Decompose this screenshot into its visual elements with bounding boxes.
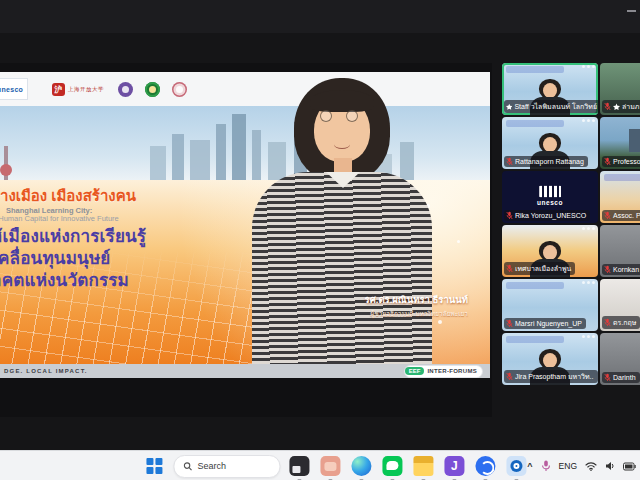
participant-name: Kornkan — [613, 266, 639, 273]
green-emblem-icon — [145, 82, 160, 97]
participant-name: ดร.กฤษ — [613, 317, 636, 328]
eef-logo: EEF — [405, 367, 425, 375]
mic-icon — [604, 373, 611, 382]
participant-name-tag: Kornkan — [602, 264, 640, 275]
edge-icon[interactable] — [349, 454, 373, 478]
photos-app-icon[interactable] — [318, 454, 342, 478]
participant-name-tag: ดร.กฤษ — [602, 316, 640, 329]
mic-status-icon[interactable] — [541, 460, 551, 472]
presentation-slide: unesco 沪 上海开放大学 — [0, 72, 490, 378]
unesco-virtual-background-logo: unesco — [537, 185, 563, 206]
slide-text-block: ร้างเมือง เมืองสร้างคน Shanghai Learning… — [0, 188, 254, 290]
participant-name-tag: Jira Prasoptham มหาวิท.. — [504, 370, 598, 383]
window-top-strip — [0, 0, 640, 34]
file-explorer-icon[interactable] — [411, 454, 435, 478]
file-explorer-icon — [413, 456, 433, 476]
participant-tile[interactable]: Jira Prasoptham มหาวิท.. — [502, 333, 598, 385]
blue-app-icon — [475, 456, 495, 476]
search-input[interactable]: Search — [173, 455, 280, 478]
slide-subtitle-en2: g Human Capital for Innovative Future — [0, 215, 254, 223]
participant-tile[interactable]: Rattanaporn Rattanag — [502, 117, 598, 169]
windows-logo-icon — [147, 458, 163, 474]
presenter-figure — [250, 78, 434, 364]
presenter-name: รศ.ดร.ผณินทรา ธีรานนท์ — [365, 292, 468, 307]
participant-tile[interactable]: Kornkan — [600, 225, 640, 277]
mic-icon — [604, 211, 611, 220]
window-app-icon — [289, 456, 309, 476]
language-indicator[interactable]: ENG — [559, 461, 577, 471]
search-icon — [183, 462, 192, 471]
mic-icon — [604, 102, 611, 111]
participant-tile[interactable]: Assoc. P — [600, 171, 640, 223]
participant-name-tag: Darinth — [602, 372, 640, 383]
participant-tile[interactable]: ล่ามภาษ — [600, 63, 640, 115]
participant-name: Staff วไลพิมลนนท์ โลกวิทย์ — [514, 101, 597, 112]
participant-tile[interactable]: Darinth — [600, 333, 640, 385]
participant-name-tag: เทศบาลเมืองลำพูน — [504, 262, 575, 275]
battery-icon[interactable] — [623, 462, 636, 471]
slide-headline-2: เคลื่อนทุนมนุษย์ — [0, 249, 254, 268]
spotlight-icon — [613, 103, 620, 111]
j-app-icon: J — [444, 456, 464, 476]
mic-icon — [506, 264, 513, 273]
mic-icon — [604, 318, 611, 327]
outlook-icon[interactable] — [504, 454, 528, 478]
tile-options-icon[interactable] — [582, 335, 595, 338]
mic-icon — [506, 211, 513, 220]
line-icon — [382, 456, 402, 476]
window-control-dash[interactable] — [627, 10, 636, 12]
shanghai-open-university-logo: 沪 上海开放大学 — [52, 83, 104, 96]
tile-options-icon[interactable] — [582, 227, 595, 230]
participant-name: เทศบาลเมืองลำพูน — [515, 263, 571, 274]
participant-name: ล่ามภาษ — [622, 101, 640, 112]
participant-tile[interactable]: Marsri Nguenyen_UP — [502, 279, 598, 331]
participant-name: Marsri Nguenyen_UP — [515, 320, 582, 327]
shared-screen-video[interactable]: unesco 沪 上海开放大学 — [0, 63, 492, 417]
line-icon[interactable] — [380, 454, 404, 478]
eef-inter-forums-badge: EEF INTER-FORUMS — [405, 366, 482, 377]
presenter-caption: รศ.ดร.ผณินทรา ธีรานนท์ ผู้ช่วยอธิการบดี … — [365, 292, 468, 319]
participant-name: Assoc. P — [613, 212, 640, 219]
unesco-logo: unesco — [0, 78, 28, 100]
purple-emblem-icon — [118, 82, 133, 97]
participant-tile[interactable]: เทศบาลเมืองลำพูน — [502, 225, 598, 277]
system-tray: ^ ENG — [527, 451, 638, 480]
slide-headline-3: าคตแห่งนวัตกรรม — [0, 271, 254, 290]
photos-app-icon — [320, 456, 340, 476]
participant-name: Professo — [613, 158, 640, 165]
participant-name-tag: Rika Yorozu_UNESCO — [504, 210, 590, 221]
blue-app-icon[interactable] — [473, 454, 497, 478]
participant-name-tag: Professo — [602, 156, 640, 167]
mic-icon — [506, 157, 513, 166]
presenter-title: ผู้ช่วยอธิการบดี มหาวิทยาลัยพะเยา — [365, 309, 468, 319]
mic-icon — [604, 265, 611, 274]
participant-tile[interactable]: Staff วไลพิมลนนท์ โลกวิทย์ — [502, 63, 598, 115]
mic-icon — [506, 372, 513, 381]
search-label: Search — [197, 461, 226, 471]
tile-options-icon[interactable] — [582, 65, 595, 68]
participant-name: Rattanaporn Rattanag — [515, 158, 584, 165]
slide-thai-title: ร้างเมือง เมืองสร้างคน — [0, 188, 254, 205]
participant-name-tag: Marsri Nguenyen_UP — [504, 318, 586, 329]
tray-chevron-icon[interactable]: ^ — [527, 461, 532, 471]
mic-icon — [506, 319, 513, 328]
wifi-icon[interactable] — [585, 461, 597, 471]
tile-options-icon[interactable] — [582, 119, 595, 122]
participant-tile[interactable]: ดร.กฤษ — [600, 279, 640, 331]
participant-name-tag: Rattanaporn Rattanag — [504, 156, 588, 167]
tile-options-icon[interactable] — [582, 281, 595, 284]
pink-emblem-icon — [172, 82, 187, 97]
slide-headline-1: ฮ้เมืองแห่งการเรียนรู้ — [0, 227, 254, 246]
participant-tile[interactable]: unesco Rika Yorozu_UNESCO — [502, 171, 598, 223]
participant-name: Darinth — [613, 374, 636, 381]
spotlight-icon — [506, 103, 512, 111]
outlook-icon — [506, 456, 526, 476]
window-app-icon[interactable] — [287, 454, 311, 478]
start-button[interactable] — [142, 454, 166, 478]
participant-name: Jira Prasoptham มหาวิท.. — [515, 371, 594, 382]
windows-taskbar: Search J ^ ENG — [0, 450, 640, 480]
j-app-icon[interactable]: J — [442, 454, 466, 478]
speaker-icon[interactable] — [605, 461, 615, 471]
participant-name-tag: ล่ามภาษ — [602, 100, 640, 113]
participant-tile[interactable]: Professo — [600, 117, 640, 169]
